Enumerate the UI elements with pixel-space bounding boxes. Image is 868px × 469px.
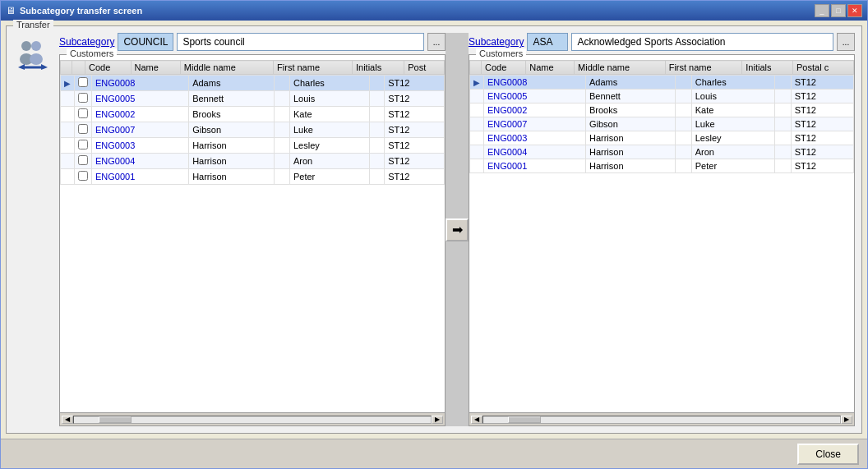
left-col-first[interactable]: First name — [274, 61, 353, 75]
right-table-row[interactable]: ENG0004 Harrison Aron ST12 — [470, 145, 854, 159]
row-middle — [676, 90, 691, 103]
row-middle — [275, 154, 290, 169]
row-indicator — [470, 90, 484, 103]
left-table-row[interactable]: ENG0003 Harrison Lesley ST12 — [61, 138, 445, 154]
row-checkbox-cell[interactable] — [75, 122, 92, 138]
row-checkbox[interactable] — [78, 93, 88, 103]
left-scrollbar[interactable]: ◀ ▶ — [60, 412, 445, 425]
row-initials — [775, 103, 791, 117]
right-col-indicator — [470, 61, 482, 75]
minimize-button[interactable]: _ — [815, 4, 829, 17]
svg-point-3 — [30, 53, 43, 65]
right-col-name[interactable]: Name — [526, 61, 575, 75]
right-col-postal[interactable]: Postal c — [793, 61, 854, 75]
row-indicator: ▶ — [470, 76, 484, 90]
row-checkbox-cell[interactable] — [75, 138, 92, 154]
row-postal: ST12 — [385, 169, 445, 185]
left-table-row[interactable]: ENG0004 Harrison Aron ST12 — [61, 154, 445, 169]
row-code: ENG0001 — [92, 169, 189, 185]
row-name: Harrison — [189, 169, 275, 185]
right-table-row[interactable]: ▶ ENG0008 Adams Charles ST12 — [470, 76, 854, 90]
right-col-middle[interactable]: Middle name — [575, 61, 666, 75]
left-col-postal[interactable]: Post — [404, 61, 445, 75]
row-checkbox-cell[interactable] — [75, 76, 92, 91]
right-browse-button[interactable]: ... — [837, 33, 855, 51]
row-first: Aron — [691, 145, 774, 159]
transfer-icon — [13, 36, 53, 76]
row-first: Louis — [691, 90, 774, 103]
left-col-middle[interactable]: Middle name — [180, 61, 273, 75]
right-scrollbar[interactable]: ◀ ▶ — [469, 412, 854, 425]
left-table-row[interactable]: ENG0007 Gibson Luke ST12 — [61, 122, 445, 138]
left-scroll-right[interactable]: ▶ — [432, 416, 443, 424]
row-indicator — [61, 138, 75, 154]
row-first: Peter — [289, 169, 369, 185]
row-checkbox-cell[interactable] — [75, 91, 92, 107]
row-postal: ST12 — [385, 91, 445, 107]
row-postal: ST12 — [385, 76, 445, 91]
row-checkbox[interactable] — [78, 77, 88, 87]
row-middle — [275, 76, 290, 91]
right-table-row[interactable]: ENG0003 Harrison Lesley ST12 — [470, 131, 854, 145]
window-title: Subcategory transfer screen — [20, 6, 142, 16]
row-checkbox-cell[interactable] — [75, 107, 92, 122]
row-checkbox-cell[interactable] — [75, 154, 92, 169]
row-postal: ST12 — [791, 103, 853, 117]
right-table-body-scroll[interactable]: ▶ ENG0008 Adams Charles ST12 ENG0005 Ben… — [469, 75, 854, 412]
right-table-row[interactable]: ENG0002 Brooks Kate ST12 — [470, 103, 854, 117]
right-scrollbar-thumb[interactable] — [508, 416, 541, 423]
close-button[interactable]: Close — [797, 444, 859, 465]
left-col-initials[interactable]: Initials — [352, 61, 404, 75]
right-table: ▶ ENG0008 Adams Charles ST12 ENG0005 Ben… — [469, 75, 854, 173]
maximize-button[interactable]: □ — [831, 4, 846, 17]
left-table-row[interactable]: ENG0002 Brooks Kate ST12 — [61, 107, 445, 122]
row-postal: ST12 — [385, 138, 445, 154]
left-scrollbar-track[interactable] — [73, 416, 432, 424]
left-table-body-scroll[interactable]: ▶ ENG0008 Adams Charles ST12 ENG0005 Ben… — [60, 75, 445, 412]
right-scroll-right[interactable]: ▶ — [841, 416, 852, 424]
right-scroll-left[interactable]: ◀ — [471, 416, 482, 424]
right-table-row[interactable]: ENG0001 Harrison Peter ST12 — [470, 159, 854, 173]
right-table-row[interactable]: ENG0005 Bennett Louis ST12 — [470, 90, 854, 103]
left-table-container: Code Name Middle name First name Initial… — [60, 60, 445, 412]
row-checkbox[interactable] — [78, 108, 88, 118]
right-scrollbar-track[interactable] — [482, 416, 841, 424]
right-col-first[interactable]: First name — [665, 61, 742, 75]
right-table-row[interactable]: ENG0007 Gibson Luke ST12 — [470, 117, 854, 131]
row-initials — [369, 76, 385, 91]
row-checkbox[interactable] — [78, 171, 88, 181]
left-subcategory-link[interactable]: Subcategory — [59, 36, 114, 48]
left-browse-button[interactable]: ... — [427, 33, 446, 51]
row-initials — [775, 145, 791, 159]
row-first: Kate — [691, 103, 774, 117]
svg-point-2 — [31, 41, 41, 51]
row-indicator — [61, 154, 75, 169]
left-table-row[interactable]: ENG0005 Bennett Louis ST12 — [61, 91, 445, 107]
row-initials — [369, 122, 385, 138]
left-scrollbar-thumb[interactable] — [99, 416, 132, 423]
left-table-row[interactable]: ▶ ENG0008 Adams Charles ST12 — [61, 76, 445, 91]
row-first: Luke — [289, 122, 369, 138]
svg-marker-4 — [18, 64, 25, 70]
row-indicator — [470, 145, 484, 159]
row-checkbox[interactable] — [78, 155, 88, 165]
right-subcategory-link[interactable]: Subcategory — [469, 36, 524, 48]
right-col-initials[interactable]: Initials — [742, 61, 793, 75]
row-checkbox-cell[interactable] — [75, 169, 92, 185]
left-scroll-left[interactable]: ◀ — [62, 416, 73, 424]
left-table: ▶ ENG0008 Adams Charles ST12 ENG0005 Ben… — [60, 75, 445, 185]
transfer-content: Subcategory COUNCIL Sports council ... C… — [59, 33, 855, 426]
row-code: ENG0004 — [92, 154, 189, 169]
right-panel: Subcategory ASA Acknowledged Sports Asso… — [469, 33, 855, 426]
row-checkbox[interactable] — [78, 124, 88, 134]
row-checkbox[interactable] — [78, 140, 88, 149]
left-col-name[interactable]: Name — [131, 61, 180, 75]
row-middle — [676, 145, 691, 159]
svg-marker-6 — [41, 64, 48, 70]
right-col-code[interactable]: Code — [482, 61, 526, 75]
row-name: Adams — [585, 76, 675, 90]
transfer-arrow-button[interactable]: ➡ — [446, 218, 469, 241]
titlebar-close-button[interactable]: ✕ — [847, 4, 862, 17]
left-col-code[interactable]: Code — [85, 61, 132, 75]
left-table-row[interactable]: ENG0001 Harrison Peter ST12 — [61, 169, 445, 185]
